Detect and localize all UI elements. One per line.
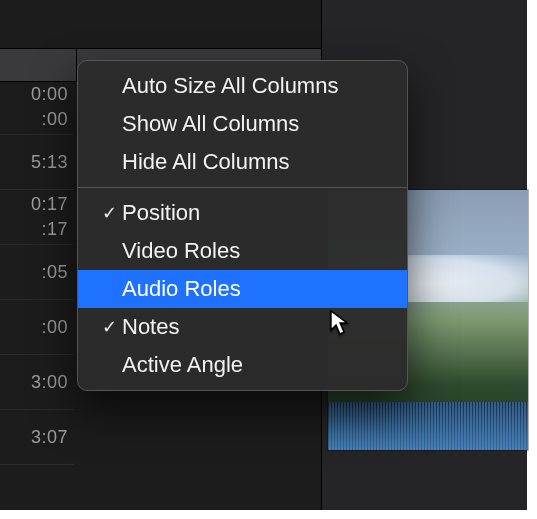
menu-item-label: Hide All Columns [120, 149, 290, 175]
timecode-value: 3:00 [31, 372, 68, 393]
table-row[interactable]: 0:17 :17 [0, 190, 74, 245]
table-row[interactable]: 3:07 [0, 410, 74, 465]
table-row[interactable]: :00 [0, 300, 74, 355]
audio-waveform [328, 402, 528, 450]
menu-item-column-position[interactable]: ✓ Position [78, 194, 407, 232]
timecode-value: :05 [41, 262, 68, 283]
menu-item-auto-size-all-columns[interactable]: Auto Size All Columns [78, 67, 407, 105]
menu-item-column-active-angle[interactable]: Active Angle [78, 346, 407, 384]
timecode-column: 0:00 :00 5:13 0:17 :17 :05 :00 3:00 [0, 80, 74, 465]
table-row[interactable]: 3:00 [0, 355, 74, 410]
column-header-context-menu: Auto Size All Columns Show All Columns H… [77, 60, 408, 391]
menu-separator [78, 187, 407, 188]
menu-item-label: Position [120, 200, 200, 226]
app-screenshot: 0:00 :00 5:13 0:17 :17 :05 :00 3:00 [0, 0, 537, 519]
timecode-value: :00 [41, 109, 68, 130]
table-row[interactable]: :05 [0, 245, 74, 300]
menu-item-label: Active Angle [120, 352, 243, 378]
menu-item-label: Video Roles [120, 238, 240, 264]
check-icon: ✓ [98, 204, 120, 222]
menu-item-label: Show All Columns [120, 111, 299, 137]
timecode-value: :17 [41, 219, 68, 240]
menu-item-column-audio-roles[interactable]: Audio Roles [78, 270, 407, 308]
menu-item-label: Notes [120, 314, 179, 340]
menu-item-column-video-roles[interactable]: Video Roles [78, 232, 407, 270]
timecode-value: 0:00 [31, 84, 68, 105]
menu-item-hide-all-columns[interactable]: Hide All Columns [78, 143, 407, 181]
menu-item-show-all-columns[interactable]: Show All Columns [78, 105, 407, 143]
timecode-value: 0:17 [31, 194, 68, 215]
timecode-value: 3:07 [31, 427, 68, 448]
menu-item-column-notes[interactable]: ✓ Notes [78, 308, 407, 346]
timecode-value: 5:13 [31, 152, 68, 173]
table-row[interactable]: 0:00 :00 [0, 80, 74, 135]
check-icon: ✓ [98, 318, 120, 336]
menu-item-label: Audio Roles [120, 276, 241, 302]
table-row[interactable]: 5:13 [0, 135, 74, 190]
menu-item-label: Auto Size All Columns [120, 73, 338, 99]
timecode-value: :00 [41, 317, 68, 338]
